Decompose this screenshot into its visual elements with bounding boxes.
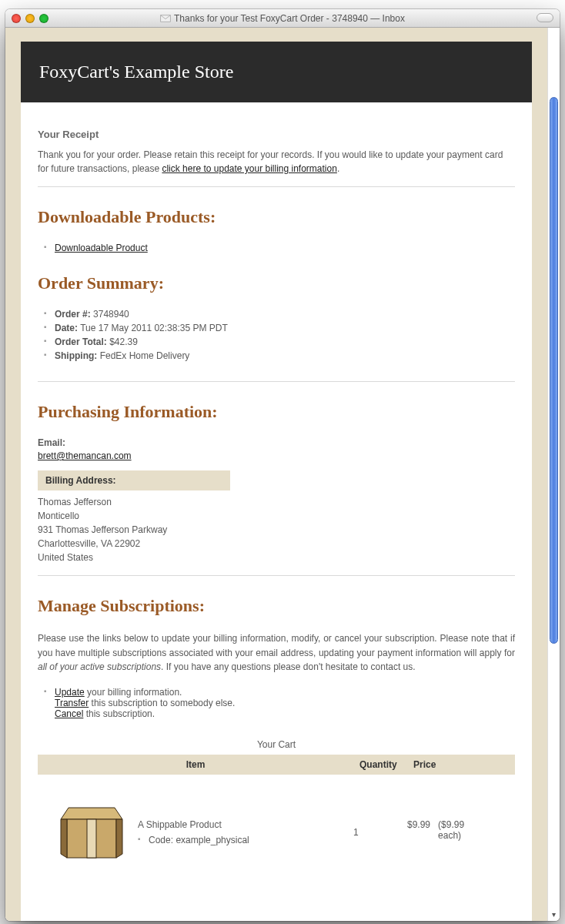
billing-header: Billing Address:: [38, 470, 230, 490]
title-bar: Thanks for your Test FoxyCart Order - 37…: [5, 9, 560, 28]
envelope-icon: [160, 15, 171, 22]
scrollbar-thumb[interactable]: [550, 97, 558, 644]
order-date: Date: Tue 17 May 2011 02:38:35 PM PDT: [44, 323, 515, 333]
product-price: $9.99 ($9.99each): [407, 788, 515, 841]
divider: [38, 186, 515, 187]
subscription-actions: Update your billing information. Transfe…: [44, 687, 515, 719]
cancel-link[interactable]: Cancel: [55, 708, 83, 719]
transfer-link[interactable]: Transfer: [55, 698, 89, 708]
update-billing-link[interactable]: click here to update your billing inform…: [162, 163, 336, 174]
product-image: [38, 788, 138, 868]
divider: [38, 381, 515, 382]
cart-title: Your Cart: [38, 739, 515, 750]
order-shipping: Shipping: FedEx Home Delivery: [44, 350, 515, 361]
box-icon: [53, 788, 130, 865]
maximize-icon[interactable]: [39, 14, 48, 23]
receipt-title: Your Receipt: [38, 129, 515, 140]
receipt-intro: Thank you for your order. Please retain …: [38, 148, 515, 176]
summary-heading: Order Summary:: [38, 273, 515, 293]
order-number: Order #: 3748940: [44, 309, 515, 320]
col-item: Item: [38, 755, 353, 775]
close-icon[interactable]: [12, 14, 21, 23]
downloads-list: Downloadable Product: [44, 243, 515, 253]
minimize-icon[interactable]: [25, 14, 35, 23]
product-qty: 1: [353, 788, 407, 838]
content-area: FoxyCart's Example Store Your Receipt Th…: [5, 28, 547, 921]
scrollbar[interactable]: ▾: [547, 28, 560, 921]
divider: [38, 575, 515, 576]
scroll-down-icon[interactable]: ▾: [548, 909, 560, 919]
window-title: Thanks for your Test FoxyCart Order - 37…: [5, 13, 560, 24]
svg-marker-3: [61, 819, 67, 858]
product-info: A Shippable Product Code: example_physic…: [138, 788, 353, 849]
download-item: Downloadable Product: [44, 243, 515, 253]
downloads-heading: Downloadable Products:: [38, 207, 515, 227]
svg-rect-5: [87, 819, 96, 858]
email-value: brett@themancan.com: [38, 450, 515, 461]
email-window: Thanks for your Test FoxyCart Order - 37…: [5, 9, 560, 921]
order-total: Order Total: $42.39: [44, 336, 515, 347]
cart-row: A Shippable Product Code: example_physic…: [38, 775, 515, 868]
download-link[interactable]: Downloadable Product: [55, 243, 148, 253]
email-label: Email:: [38, 437, 515, 448]
purchasing-heading: Purchasing Information:: [38, 402, 515, 422]
store-header: FoxyCart's Example Store: [21, 42, 532, 102]
email-link[interactable]: brett@themancan.com: [38, 450, 132, 461]
subscriptions-heading: Manage Subscriptions:: [38, 596, 515, 616]
product-code: Code: example_physical: [138, 835, 353, 845]
window-controls: [12, 14, 48, 23]
col-qty: Quantity: [353, 755, 407, 775]
billing-address: Thomas Jefferson Monticello 931 Thomas J…: [38, 495, 515, 564]
svg-marker-1: [61, 808, 122, 819]
cart-header: Item Quantity Price: [38, 755, 515, 775]
sub-update: Update your billing information. Transfe…: [44, 687, 515, 719]
svg-marker-4: [116, 819, 122, 858]
window-body: FoxyCart's Example Store Your Receipt Th…: [5, 28, 560, 921]
subscriptions-text: Please use the links below to update you…: [38, 631, 515, 675]
col-price: Price: [407, 755, 515, 775]
svg-rect-0: [161, 15, 171, 21]
receipt-card: FoxyCart's Example Store Your Receipt Th…: [21, 42, 532, 921]
pill-button[interactable]: [537, 13, 553, 22]
summary-list: Order #: 3748940 Date: Tue 17 May 2011 0…: [44, 309, 515, 361]
update-link[interactable]: Update: [55, 687, 85, 698]
